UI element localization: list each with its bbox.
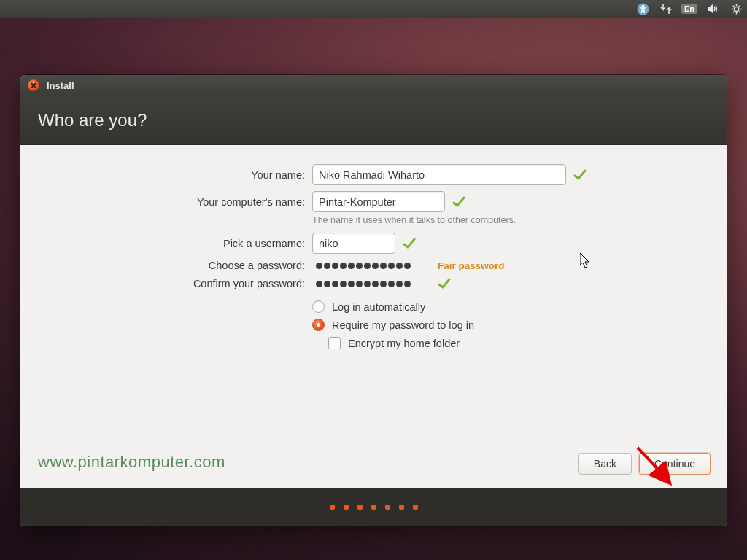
svg-line-9 (738, 5, 740, 7)
radio-require-password[interactable]: Require my password to log in (312, 319, 727, 331)
name-label: Your name: (20, 169, 312, 181)
svg-point-1 (641, 4, 643, 7)
continue-button[interactable]: Continue (639, 453, 711, 475)
form-body: Your name: Your computer's name: The nam… (20, 145, 727, 488)
check-icon (452, 195, 465, 209)
svg-line-8 (738, 11, 740, 12)
titlebar[interactable]: Install (20, 75, 727, 96)
network-icon[interactable] (659, 2, 673, 15)
password-label: Choose a password: (20, 260, 312, 271)
progress-indicator (20, 488, 727, 526)
hostname-label: Your computer's name: (20, 196, 312, 208)
radio-auto-login[interactable]: Log in automatically (312, 300, 727, 313)
page-title: Who are you? (20, 96, 727, 145)
radio-label: Log in automatically (332, 301, 425, 313)
username-label: Pick a username: (20, 238, 312, 249)
checkbox-encrypt-home[interactable]: Encrypt my home folder (312, 337, 727, 349)
watermark: www.pintarkomputer.com (38, 453, 225, 472)
accessibility-icon[interactable] (636, 2, 649, 15)
window-title: Install (47, 80, 74, 91)
language-badge: En (681, 4, 697, 14)
confirm-label: Confirm your password: (20, 278, 312, 289)
gear-icon[interactable] (729, 2, 743, 15)
password-strength: Fair password (438, 260, 505, 271)
language-indicator[interactable]: En (683, 2, 696, 15)
close-icon[interactable] (28, 79, 39, 91)
svg-line-10 (732, 11, 734, 12)
check-icon (573, 168, 587, 182)
check-icon (438, 277, 451, 290)
confirm-password-input[interactable] (312, 279, 430, 289)
sound-icon[interactable] (706, 2, 719, 15)
top-panel: En (0, 0, 747, 18)
checkbox-label: Encrypt my home folder (348, 338, 460, 349)
check-icon (403, 237, 416, 250)
install-window: Install Who are you? Your name: Your com… (20, 75, 727, 526)
radio-label: Require my password to log in (332, 319, 474, 331)
hostname-input[interactable] (312, 191, 445, 212)
svg-line-7 (732, 5, 734, 7)
username-input[interactable] (312, 233, 395, 254)
svg-point-2 (734, 7, 738, 11)
name-input[interactable] (312, 164, 566, 185)
hostname-helper: The name it uses when it talks to other … (312, 215, 727, 225)
password-input[interactable] (312, 260, 430, 271)
desktop-background: En (0, 0, 747, 560)
back-button[interactable]: Back (578, 453, 632, 475)
